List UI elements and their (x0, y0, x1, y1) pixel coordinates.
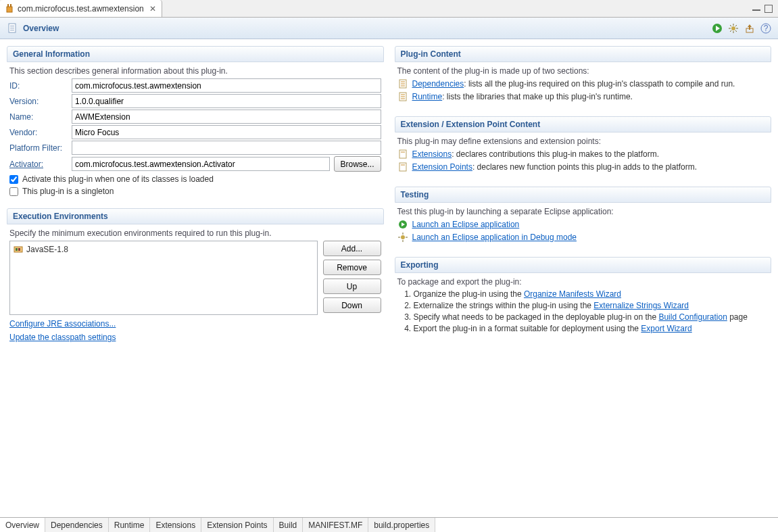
svg-line-15 (735, 30, 737, 32)
exec-item-label: JavaSE-1.8 (26, 245, 68, 254)
list-item: JavaSE-1.8 (13, 244, 314, 255)
link-launch-eclipse[interactable]: Launch an Eclipse application (412, 220, 520, 229)
link-runtime[interactable]: Runtime (412, 92, 443, 101)
page-header: Overview ? (0, 18, 778, 39)
link-extensions[interactable]: Extensions (412, 149, 452, 159)
ext-desc: This plug-in may define extensions and e… (397, 137, 769, 146)
input-name[interactable] (72, 110, 381, 124)
page-icon (397, 149, 408, 160)
svg-rect-0 (7, 7, 12, 12)
svg-point-39 (401, 235, 405, 239)
svg-text:?: ? (764, 24, 769, 33)
section-general-header: General Information (7, 46, 384, 62)
link-extension-points[interactable]: Extension Points (412, 162, 472, 172)
page-icon (397, 91, 408, 102)
testing-desc: Test this plug-in by launching a separat… (397, 207, 769, 216)
checkbox-singleton-label: This plug-in is a singleton (22, 187, 114, 196)
remove-button[interactable]: Remove (323, 260, 381, 275)
checkbox-singleton[interactable] (9, 187, 18, 196)
link-build-configuration[interactable]: Build Configuration (658, 312, 727, 322)
plugin-icon (4, 3, 15, 14)
exporting-desc: To package and export the plug-in: (397, 277, 769, 287)
label-name: Name: (9, 112, 68, 122)
bottom-tab-extension-points[interactable]: Extension Points (201, 518, 273, 532)
help-icon[interactable]: ? (760, 23, 771, 34)
bottom-tab-overview[interactable]: Overview (0, 518, 45, 532)
label-platform-filter: Platform Filter: (9, 143, 68, 153)
bottom-tab-runtime[interactable]: Runtime (109, 518, 151, 532)
section-ext-header: Extension / Extension Point Content (395, 116, 772, 132)
svg-rect-23 (16, 248, 18, 251)
svg-rect-4 (10, 26, 14, 26)
bottom-tab-build-properties[interactable]: build.properties (368, 518, 435, 532)
page-icon (397, 162, 408, 172)
label-id: ID: (9, 81, 68, 91)
link-configure-jre[interactable]: Configure JRE associations... (9, 319, 116, 329)
bottom-tab-manifest-mf[interactable]: MANIFEST.MF (303, 518, 368, 532)
link-organize-manifests[interactable]: Organize Manifests Wizard (524, 289, 621, 299)
up-button[interactable]: Up (323, 279, 381, 294)
bottom-tab-build[interactable]: Build (274, 518, 303, 532)
svg-rect-5 (10, 28, 14, 28)
export-icon[interactable] (744, 23, 755, 34)
section-testing-header: Testing (395, 187, 772, 203)
exec-desc: Specify the minimum execution environmen… (9, 228, 381, 238)
close-icon[interactable]: ✕ (149, 4, 156, 14)
input-version[interactable] (72, 94, 381, 108)
editor-tab-label: com.microfocus.test.awmextension (18, 4, 144, 14)
text-extensions-tail: : declares contributions this plug-in ma… (452, 149, 659, 159)
bottom-tab-dependencies[interactable]: Dependencies (45, 518, 109, 532)
plugin-desc: The content of the plug-in is made up of… (397, 66, 769, 76)
svg-rect-24 (18, 248, 20, 251)
exec-listbox[interactable]: JavaSE-1.8 (9, 241, 318, 315)
svg-rect-6 (10, 30, 14, 30)
general-desc: This section describes general informati… (9, 66, 381, 76)
svg-rect-35 (399, 163, 406, 171)
svg-point-9 (731, 26, 735, 30)
browse-button[interactable]: Browse... (334, 156, 381, 172)
label-vendor: Vendor: (9, 128, 68, 137)
editor-tab-bar: com.microfocus.test.awmextension ✕ (0, 0, 778, 18)
text-dependencies-tail: : lists all the plug-ins required on thi… (464, 79, 735, 89)
maximize-icon[interactable] (764, 5, 773, 13)
section-plugin-header: Plug-in Content (395, 46, 772, 62)
section-exec-header: Execution Environments (7, 208, 384, 224)
input-activator[interactable] (72, 157, 330, 171)
down-button[interactable]: Down (323, 297, 381, 313)
export-steps: Organize the plug-in using the Organize … (397, 289, 769, 333)
text-runtime-tail: : lists the libraries that make up this … (442, 92, 633, 101)
bottom-tab-bar: OverviewDependenciesRuntimeExtensionsExt… (0, 517, 778, 532)
run-icon[interactable] (712, 23, 723, 34)
minimize-icon[interactable] (752, 7, 760, 11)
bottom-tab-extensions[interactable]: Extensions (150, 518, 201, 532)
svg-marker-19 (748, 24, 752, 30)
label-activator[interactable]: Activator: (9, 160, 68, 169)
svg-rect-2 (10, 4, 11, 7)
add-button[interactable]: Add... (323, 241, 381, 256)
debug-icon (397, 232, 408, 243)
toolbar: ? (712, 23, 771, 34)
text-extension-points-tail: : declares new function points this plug… (472, 162, 697, 172)
link-externalize-strings[interactable]: Externalize Strings Wizard (593, 301, 689, 310)
input-platform-filter[interactable] (72, 141, 381, 155)
svg-line-17 (735, 25, 737, 26)
label-version: Version: (9, 97, 68, 106)
checkbox-activate-label: Activate this plug-in when one of its cl… (22, 174, 214, 184)
run-icon (397, 219, 408, 230)
input-id[interactable] (72, 78, 381, 93)
link-launch-debug[interactable]: Launch an Eclipse application in Debug m… (412, 233, 577, 242)
page-icon (397, 78, 408, 89)
svg-line-16 (730, 30, 731, 32)
link-export-wizard[interactable]: Export Wizard (641, 324, 691, 333)
input-vendor[interactable] (72, 125, 381, 139)
section-exporting-header: Exporting (395, 257, 772, 273)
document-icon (7, 22, 19, 34)
checkbox-activate[interactable] (9, 175, 18, 184)
window-controls (752, 0, 778, 17)
jre-icon (13, 244, 24, 255)
editor-tab[interactable]: com.microfocus.test.awmextension ✕ (0, 0, 162, 17)
debug-icon[interactable] (728, 23, 739, 34)
link-dependencies[interactable]: Dependencies (412, 79, 464, 89)
link-update-classpath[interactable]: Update the classpath settings (9, 333, 116, 342)
svg-rect-1 (7, 4, 9, 7)
